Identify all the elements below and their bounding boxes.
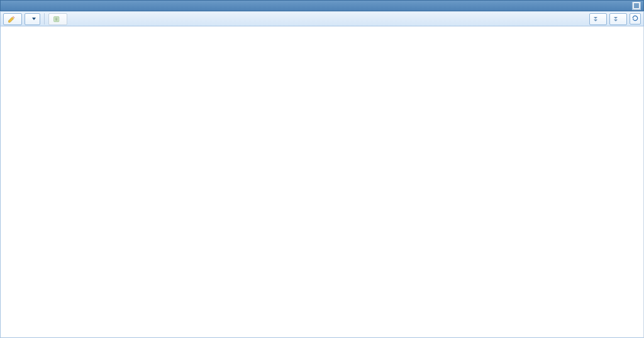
attachments-button[interactable] — [589, 13, 607, 25]
separator — [44, 13, 45, 25]
pencil-icon — [8, 15, 16, 23]
refresh-icon — [631, 14, 639, 24]
chevron-down-icon — [32, 18, 36, 20]
refresh-button[interactable] — [630, 13, 641, 25]
document-body — [1, 26, 643, 337]
edit-button[interactable] — [3, 13, 22, 25]
backlinks-button[interactable] — [609, 13, 627, 25]
maximize-button[interactable] — [632, 2, 641, 10]
actions-menu[interactable] — [25, 13, 40, 25]
toolbar — [0, 11, 644, 26]
workitem-icon — [53, 15, 61, 23]
svg-rect-0 — [633, 3, 640, 9]
expand-icon — [594, 17, 599, 21]
extract-work-item-button — [48, 13, 67, 25]
title-bar — [0, 0, 644, 11]
expand-icon — [614, 17, 619, 21]
